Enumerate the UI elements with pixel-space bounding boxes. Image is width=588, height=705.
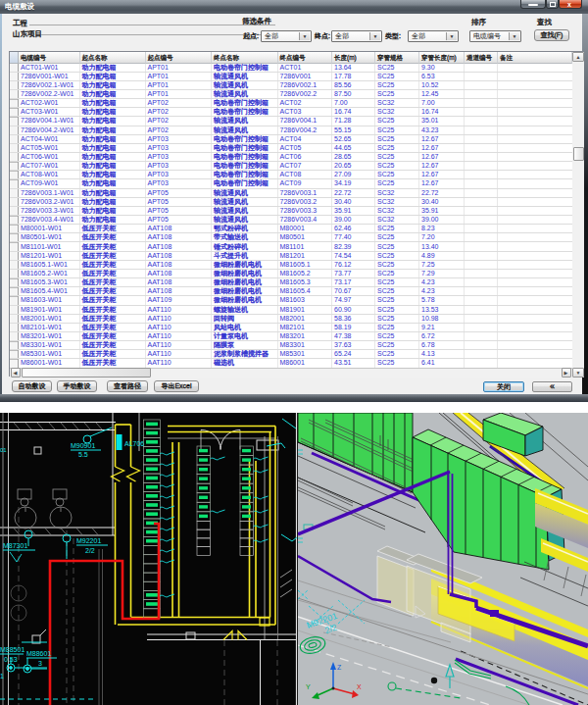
svg-text:Z: Z — [337, 664, 342, 671]
svg-text:5.5: 5.5 — [78, 451, 88, 458]
svg-text:2/2: 2/2 — [85, 547, 95, 554]
svg-text:X: X — [357, 683, 362, 690]
svg-text:M90901: M90901 — [71, 442, 95, 449]
svg-text:M88601: M88601 — [26, 650, 51, 657]
svg-text:Y: Y — [306, 683, 311, 690]
svg-text:1: 1 — [0, 673, 4, 680]
svg-text:0.53: 0.53 — [4, 656, 18, 663]
svg-text:M88501: M88501 — [0, 646, 24, 653]
svg-text:3: 3 — [38, 660, 42, 667]
svg-text:M87301: M87301 — [3, 542, 27, 549]
svg-text:M92201: M92201 — [76, 537, 101, 544]
svg-text:01: 01 — [0, 447, 7, 453]
svg-text:AL706: AL706 — [124, 440, 144, 447]
